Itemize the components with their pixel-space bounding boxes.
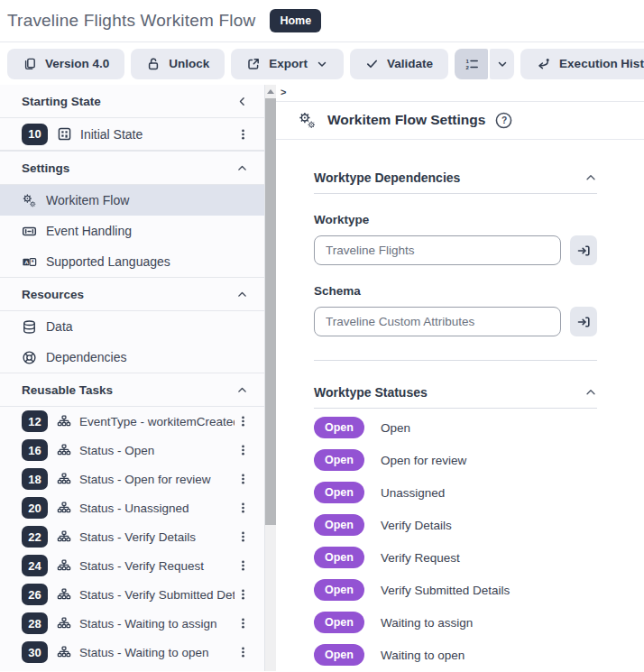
execution-history-icon xyxy=(536,57,551,71)
sitemap-icon xyxy=(57,443,71,457)
starting-state-section: Starting State 10 xyxy=(0,85,264,152)
node-number-badge: 28 xyxy=(22,612,48,634)
chevron-up-icon[interactable] xyxy=(236,384,248,396)
execution-history-button[interactable]: Execution History... xyxy=(520,49,644,79)
sidebar-item-event-handling[interactable]: Event Handling xyxy=(0,216,264,246)
app-header: Traveline Flights Workitem Flow Home xyxy=(0,0,644,42)
export-button-label: Export xyxy=(269,57,308,70)
kebab-menu-icon[interactable] xyxy=(235,412,252,430)
settings-header: Settings xyxy=(0,152,264,185)
unlock-button[interactable]: Unlock xyxy=(131,49,225,79)
help-icon[interactable]: ? xyxy=(495,112,512,129)
svg-text:*: * xyxy=(32,257,34,265)
status-badge: Open xyxy=(314,514,364,536)
sitemap-icon xyxy=(57,501,71,515)
sitemap-icon xyxy=(57,472,71,486)
task-row-status-unassigned[interactable]: 20 Status - Unassigned xyxy=(0,493,264,522)
export-button[interactable]: Export xyxy=(231,49,344,79)
gears-icon xyxy=(298,111,317,130)
sidebar-item-label: Dependencies xyxy=(46,350,127,364)
chevron-up-icon[interactable] xyxy=(584,171,597,184)
kebab-menu-icon[interactable] xyxy=(235,125,252,143)
node-number-badge: 10 xyxy=(22,124,48,145)
starting-state-title: Starting State xyxy=(22,95,101,108)
sidebar-item-data[interactable]: Data xyxy=(0,311,264,342)
task-row-status-open-for-review[interactable]: 18 Status - Open for review xyxy=(0,465,264,493)
scrollbar-thumb[interactable] xyxy=(265,98,276,525)
chevron-left-icon[interactable] xyxy=(236,96,248,107)
list-view-dropdown-button[interactable] xyxy=(490,49,514,79)
task-row-status-verify-request[interactable]: 24 Status - Verify Request xyxy=(0,551,264,580)
sidebar-item-workitem-flow[interactable]: Workitem Flow xyxy=(0,185,264,216)
numbered-list-button[interactable]: 1 2 xyxy=(455,49,488,79)
schema-label: Schema xyxy=(314,284,597,298)
home-button[interactable]: Home xyxy=(270,9,321,32)
sitemap-icon xyxy=(57,558,71,573)
worktype-dependencies-section: Worktype Dependencies Worktype xyxy=(314,170,597,361)
worktype-input[interactable] xyxy=(314,235,561,265)
task-row-status-verify-submitted-details[interactable]: 26 Status - Verify Submitted Details xyxy=(0,580,264,609)
sidebar-scrollbar[interactable] xyxy=(264,85,276,671)
node-number-badge: 20 xyxy=(22,497,48,519)
version-button[interactable]: Version 4.0 xyxy=(7,49,124,79)
version-button-label: Version 4.0 xyxy=(45,57,109,70)
event-icon xyxy=(22,224,37,239)
open-worktype-button[interactable] xyxy=(570,235,597,265)
kebab-menu-icon[interactable] xyxy=(235,585,252,603)
scrollbar-up-arrow[interactable] xyxy=(267,89,274,94)
svg-text:?: ? xyxy=(501,115,507,125)
status-label: Open xyxy=(381,421,410,435)
status-label: Verify Details xyxy=(381,519,452,532)
kebab-menu-icon[interactable] xyxy=(235,499,252,517)
panel-expand-handle[interactable]: > xyxy=(276,87,286,97)
kebab-menu-icon[interactable] xyxy=(235,441,252,459)
task-label: Status - Open for review xyxy=(79,473,235,486)
task-row-eventtype-workitemcreated[interactable]: 12 EventType - workitemCreated xyxy=(0,407,264,436)
worktype-statuses-title: Worktype Statuses xyxy=(314,385,428,400)
sidebar-item-supported-languages[interactable]: A * Supported Languages xyxy=(0,246,264,277)
status-row: Open Unassigned xyxy=(314,476,597,509)
main-panel: > Workitem Flow Settings ? Work xyxy=(276,85,644,671)
schema-input[interactable] xyxy=(314,307,561,336)
open-schema-button[interactable] xyxy=(570,307,597,336)
task-row-status-waiting-to-assign[interactable]: 28 Status - Waiting to assign xyxy=(0,609,264,638)
sidebar-item-dependencies[interactable]: Dependencies xyxy=(0,342,264,373)
status-badge: Open xyxy=(314,449,364,471)
resources-section: Resources Data xyxy=(0,278,264,373)
task-row-status-verify-details[interactable]: 22 Status - Verify Details xyxy=(0,522,264,551)
chevron-up-icon[interactable] xyxy=(236,289,248,300)
kebab-menu-icon[interactable] xyxy=(235,470,252,488)
node-number-badge: 12 xyxy=(22,410,48,432)
page-title: Traveline Flights Workitem Flow xyxy=(7,11,255,31)
unlock-button-label: Unlock xyxy=(169,57,209,70)
kebab-menu-icon[interactable] xyxy=(235,557,252,575)
sitemap-icon xyxy=(57,616,71,631)
task-row-status-waiting-to-open[interactable]: 30 Status - Waiting to open xyxy=(0,638,264,667)
divider xyxy=(314,360,597,361)
kebab-menu-icon[interactable] xyxy=(235,528,252,546)
status-badge: Open xyxy=(314,579,364,601)
main-content: Worktype Dependencies Worktype xyxy=(276,140,644,671)
validate-button[interactable]: Validate xyxy=(350,49,448,79)
copy-version-icon xyxy=(23,57,37,71)
sitemap-icon xyxy=(57,529,71,544)
status-label: Waiting to assign xyxy=(381,616,473,630)
divider xyxy=(314,408,597,409)
toolbar: Version 4.0 Unlock Export xyxy=(0,42,644,85)
task-label: Status - Open xyxy=(79,444,235,457)
node-number-badge: 26 xyxy=(22,584,48,605)
worktype-label: Worktype xyxy=(314,213,597,226)
status-badge: Open xyxy=(314,417,364,438)
goto-arrow-icon xyxy=(576,315,591,329)
sidebar-item-initial-state[interactable]: 10 Initial State xyxy=(0,118,264,151)
kebab-menu-icon[interactable] xyxy=(235,643,252,661)
status-row: Open Verify Details xyxy=(314,509,597,541)
kebab-menu-icon[interactable] xyxy=(235,614,252,632)
chevron-up-icon[interactable] xyxy=(584,386,597,399)
task-label: EventType - workitemCreated xyxy=(79,415,235,428)
execution-history-button-label: Execution History... xyxy=(559,57,644,70)
chevron-up-icon[interactable] xyxy=(236,162,248,174)
task-label: Status - Unassigned xyxy=(79,502,235,515)
svg-text:A: A xyxy=(24,259,29,264)
task-row-status-open[interactable]: 16 Status - Open xyxy=(0,436,264,465)
